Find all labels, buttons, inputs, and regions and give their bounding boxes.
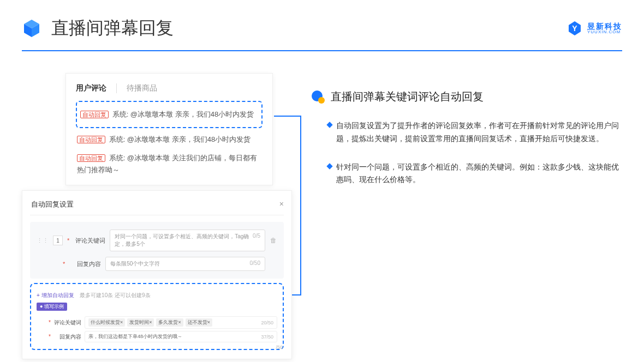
example-highlight-box: + 增加自动回复 最多可建10条 还可以创建9条 ● 填写示例 * 评论关键词 … xyxy=(30,283,284,350)
page-title: 直播间弹幕回复 xyxy=(51,16,174,40)
keyword-input[interactable]: 对同一个问题，可设置多个相近、高频的关键词，Tag确定，最多5个 0/5 xyxy=(110,230,265,251)
cube-icon xyxy=(22,19,41,38)
brand-name-cn: 昱新科技 xyxy=(587,22,622,30)
char-count: 0/50 xyxy=(250,260,260,268)
auto-reply-tag: 自动回复 xyxy=(80,111,109,118)
comment-row: 自动回复 系统: @冰墩墩本墩 关注我们的店铺，每日都有热门推荐呦～ xyxy=(76,149,263,179)
bullet-item: 自动回复设置为了提升作者的评论回复效率，作者可在开播前针对常见的评论用户问题，提… xyxy=(311,119,622,146)
diamond-bullet-icon xyxy=(326,163,332,169)
comment-text: 系统: @冰墩墩本墩 亲亲，我们48小时内发货 xyxy=(112,110,254,118)
close-icon[interactable]: × xyxy=(279,200,284,209)
settings-title: 自动回复设置 xyxy=(31,200,74,209)
section-heading: 直播间弹幕关键词评论自动回复 xyxy=(331,89,484,104)
page-header: 直播间弹幕回复 Y 昱新科技 YUUXIN.COM xyxy=(0,0,644,40)
comment-tabs: 用户评论 待播商品 xyxy=(76,83,263,93)
bullet-text: 自动回复设置为了提升作者的评论回复效率，作者可在开播前针对常见的评论用户问题，提… xyxy=(336,119,622,146)
auto-reply-tag: 自动回复 xyxy=(77,154,105,162)
comments-panel: 用户评论 待播商品 自动回复 系统: @冰墩墩本墩 亲亲，我们48小时内发货 自… xyxy=(65,73,273,185)
example-content-label: 回复内容 xyxy=(54,333,81,341)
comment-row: 自动回复 系统: @冰墩墩本墩 亲亲，我们48小时内发货 xyxy=(76,130,263,149)
example-badge: ● 填写示例 xyxy=(37,303,67,311)
chat-bubble-icon xyxy=(311,90,325,104)
outer-char-count: /50 xyxy=(276,345,283,350)
content-label: 回复内容 xyxy=(69,260,101,268)
svg-text:Y: Y xyxy=(572,24,577,33)
form-block: ⋮⋮ 1 * 评论关键词 对同一个问题，可设置多个相近、高频的关键词，Tag确定… xyxy=(30,222,284,279)
title-area: 直播间弹幕回复 xyxy=(22,16,174,40)
brand-logo-icon: Y xyxy=(567,20,583,37)
content-input[interactable]: 每条限50个中文字符 0/50 xyxy=(105,257,265,271)
example-keyword-input[interactable]: 什么时候发货× 发货时间× 多久发货× 还不发货× 20/50 xyxy=(85,316,277,329)
example-content-input[interactable]: 亲，我们这边都是下单48小时内发货的哦～ 37/50 xyxy=(85,331,277,342)
required-mark: * xyxy=(49,334,51,340)
tab-user-comments[interactable]: 用户评论 xyxy=(76,83,117,93)
required-mark: * xyxy=(63,261,65,267)
connector-line xyxy=(300,116,301,295)
keyword-label: 评论关键词 xyxy=(74,237,105,245)
add-hint: 最多可建10条 还可以创建9条 xyxy=(80,292,150,298)
keyword-tag: 多久发货× xyxy=(156,318,183,327)
description-column: 直播间弹幕关键词评论自动回复 自动回复设置为了提升作者的评论回复效率，作者可在开… xyxy=(311,73,622,202)
brand-logo-area: Y 昱新科技 YUUXIN.COM xyxy=(567,20,622,37)
connector-line xyxy=(274,116,301,117)
required-mark: * xyxy=(49,319,51,325)
bullet-item: 针对同一个问题，可设置多个相近的、高频的关键词。例如：这款多少钱、这块能优惠吗、… xyxy=(311,161,622,187)
auto-reply-settings-panel: 自动回复设置 × ⋮⋮ 1 * 评论关键词 对同一个问题，可设置多个相近、高频的… xyxy=(22,190,292,359)
comment-text: 系统: @冰墩墩本墩 亲亲，我们48小时内发货 xyxy=(109,135,251,143)
char-count: 20/50 xyxy=(261,320,273,325)
highlighted-comment: 自动回复 系统: @冰墩墩本墩 亲亲，我们48小时内发货 xyxy=(76,101,263,128)
screenshot-area: 用户评论 待播商品 自动回复 系统: @冰墩墩本墩 亲亲，我们48小时内发货 自… xyxy=(22,73,295,202)
add-auto-reply-link[interactable]: + 增加自动回复 xyxy=(37,292,74,298)
row-number: 1 xyxy=(53,236,63,245)
diamond-bullet-icon xyxy=(326,122,332,128)
drag-handle-icon[interactable]: ⋮⋮ xyxy=(37,237,49,244)
keyword-tag: 什么时候发货× xyxy=(88,318,125,327)
tab-pending-products[interactable]: 待播商品 xyxy=(127,83,167,93)
char-count: 0/5 xyxy=(253,233,260,248)
auto-reply-tag: 自动回复 xyxy=(77,136,105,143)
brand-name-en: YUUXIN.COM xyxy=(587,30,622,34)
keyword-tag: 发货时间× xyxy=(127,318,154,327)
keyword-tag: 还不发货× xyxy=(186,318,212,327)
required-mark: * xyxy=(67,237,69,244)
svg-point-5 xyxy=(318,97,325,104)
bullet-text: 针对同一个问题，可设置多个相近的、高频的关键词。例如：这款多少钱、这块能优惠吗、… xyxy=(336,161,622,187)
delete-icon[interactable]: 🗑 xyxy=(270,237,277,244)
char-count: 37/50 xyxy=(261,334,273,340)
example-keyword-label: 评论关键词 xyxy=(54,319,81,327)
